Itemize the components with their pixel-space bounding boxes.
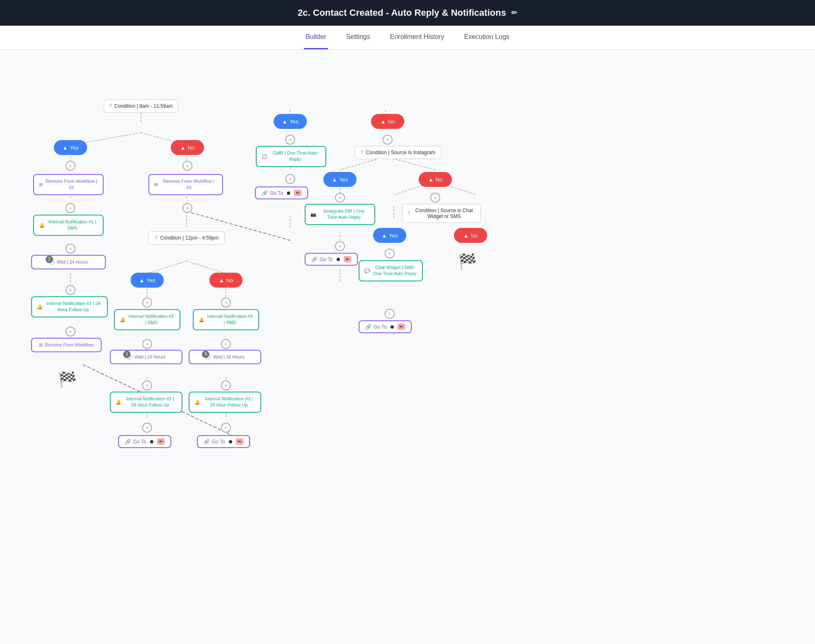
internal-notif-3-sms[interactable]: 🔔 Internal Notification #3 | SMS (193, 309, 259, 330)
nav-tabs: Builder Settings Enrollment History Exec… (0, 26, 815, 50)
yes-btn-3[interactable]: ▲Yes (131, 273, 164, 288)
internal-notif-follow-1[interactable]: 🔔 Internal Notification #1 | 24 Hour Fol… (31, 296, 108, 317)
goto-1[interactable]: 🔗 Go To ✏ (118, 435, 171, 448)
svg-line-14 (147, 261, 187, 274)
plus-chat-yes[interactable]: + (385, 249, 395, 259)
plus-insta-yes[interactable]: + (335, 193, 345, 203)
goto-insta[interactable]: 🔗 Go To ✏ (305, 253, 358, 266)
tab-settings[interactable]: Settings (344, 26, 372, 49)
plus-5[interactable]: + (65, 244, 75, 254)
wait-24h-3[interactable]: 8 🕐 Wait | 24 Hours (189, 350, 261, 364)
plus-yes3[interactable]: + (142, 298, 152, 307)
tab-builder[interactable]: Builder (304, 26, 328, 49)
yes-chat[interactable]: ▲Yes (373, 228, 406, 243)
goto-2[interactable]: 🔗 Go To ✏ (197, 435, 250, 448)
goto-2-edit[interactable]: ✏ (236, 438, 243, 445)
goto-1-edit[interactable]: ✏ (157, 438, 165, 445)
plus-6[interactable]: + (65, 285, 75, 295)
tab-execution-logs[interactable]: Execution Logs (462, 26, 511, 49)
internal-notif-sms-1[interactable]: 🔔 Internal Notification #1 | SMS (33, 215, 104, 236)
chat-sms-reply[interactable]: 💬 Chat Widget | SMS One Time Auto Reply (359, 260, 423, 281)
no-insta[interactable]: ▲No (419, 172, 452, 187)
condition-top[interactable]: ? Condition | 8am - 11:59am (104, 99, 178, 113)
remove-from-workflow-final[interactable]: ⊞ Remove From Workflow (31, 338, 102, 352)
no-chat[interactable]: ▲No (454, 228, 487, 243)
tab-enrollment-history[interactable]: Enrollment History (388, 26, 446, 49)
svg-line-15 (187, 261, 226, 274)
header-title: 2c. Contact Created - Auto Reply & Notif… (298, 7, 506, 18)
instagram-dm[interactable]: 📷 Instagram DM | One Time Auto Reply (305, 204, 375, 225)
plus-no3[interactable]: + (221, 298, 231, 307)
wait-24h-1[interactable]: 2 🕐 Wait | 24 Hours (31, 255, 106, 269)
no-btn-3[interactable]: ▲No (209, 273, 243, 288)
goto-gmb[interactable]: 🔗 Go To ✏ (255, 186, 308, 199)
remove-workflow-2[interactable]: ⊞ Remove From Workflow | 2d (148, 174, 223, 195)
plus-gmb-reply[interactable]: + (285, 174, 295, 184)
internal-notif-3-follow[interactable]: 🔔 Internal Notification #3 | 24 Hour Fol… (189, 392, 261, 413)
plus-insta-dm[interactable]: + (335, 241, 345, 251)
plus-2[interactable]: + (182, 161, 192, 171)
plus-gmb-yes[interactable]: + (285, 135, 295, 145)
goto-gmb-edit[interactable]: ✏ (294, 190, 301, 196)
plus-4[interactable]: + (182, 203, 192, 213)
plus-chat-reply[interactable]: + (385, 309, 395, 319)
finish-flag-1: 🏁 (58, 371, 77, 388)
goto-chat-edit[interactable]: ✏ (398, 324, 405, 330)
condition-12pm[interactable]: ? Condition | 12pm - 4:59pm (148, 231, 225, 245)
remove-workflow-1[interactable]: ⊞ Remove From Workflow | 2d (33, 174, 104, 195)
condition-chat[interactable]: ? Condition | Source is Chat Widget or S… (402, 204, 481, 223)
plus-yes3c[interactable]: + (142, 380, 152, 390)
plus-no3c[interactable]: + (221, 380, 231, 390)
canvas: ? Condition | 8am - 11:59am ▲Yes ▲No + +… (0, 50, 815, 644)
internal-notif-2-sms[interactable]: 🔔 Internal Notification #2 | SMS (114, 309, 180, 330)
finish-flag-2: 🏁 (458, 253, 477, 270)
no-btn-1[interactable]: ▲No (171, 140, 204, 155)
goto-chat[interactable]: 🔗 Go To ✏ (359, 320, 412, 333)
no-gmb[interactable]: ▲No (371, 114, 404, 129)
internal-notif-2-follow[interactable]: 🔔 Internal Notification #2 | 24 Hour Fol… (110, 392, 182, 413)
plus-insta-no[interactable]: + (430, 193, 440, 203)
app-header: 2c. Contact Created - Auto Reply & Notif… (0, 0, 815, 26)
plus-yes3b[interactable]: + (142, 339, 152, 349)
yes-btn-1[interactable]: ▲Yes (54, 140, 87, 155)
condition-instagram[interactable]: ? Condition | Source Is Instagram (354, 146, 441, 159)
plus-7[interactable]: + (65, 327, 75, 337)
plus-1[interactable]: + (65, 161, 75, 171)
edit-icon[interactable]: ✏ (511, 8, 517, 17)
yes-gmb[interactable]: ▲Yes (274, 114, 307, 129)
plus-no3b[interactable]: + (221, 339, 231, 349)
plus-yes3d[interactable]: + (142, 423, 152, 433)
plus-gmb-no[interactable]: + (383, 135, 393, 145)
gmb-reply[interactable]: 📋 GMB | One Time Auto Reply (256, 146, 326, 167)
plus-no3d[interactable]: + (221, 423, 231, 433)
plus-3[interactable]: + (65, 203, 75, 213)
yes-insta[interactable]: ▲Yes (323, 172, 357, 187)
wait-24h-2[interactable]: 1 🕐 Wait | 24 Hours (110, 350, 182, 364)
goto-insta-edit[interactable]: ✏ (344, 256, 351, 262)
